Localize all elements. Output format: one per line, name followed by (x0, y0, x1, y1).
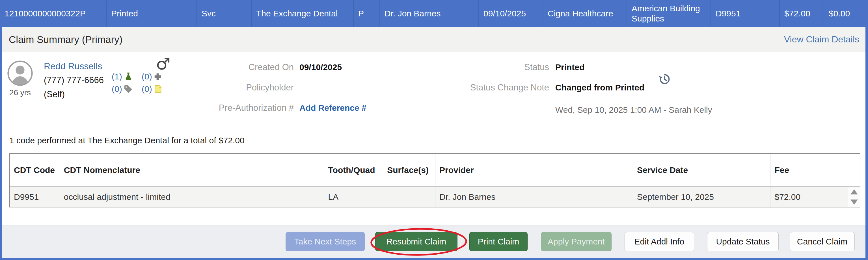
status-history-icon[interactable] (658, 73, 671, 85)
cell-service-date: September 10, 2025 (633, 187, 771, 207)
scroll-up-button[interactable] (850, 189, 858, 194)
patient-badges: (1) (0) (0) (0) (112, 72, 172, 94)
employer-cell: American Building Supplies (627, 0, 711, 27)
flask-icon (124, 72, 133, 82)
badge-medical-alerts[interactable]: (0) (142, 72, 172, 82)
status-value: Printed (555, 62, 584, 73)
claim-summary-screen: 1210000000000322P Printed Svc The Exchan… (0, 0, 868, 260)
badge-lab-cases[interactable]: (1) (112, 72, 142, 82)
badge-notes[interactable]: (0) (142, 84, 172, 94)
claim-type-cell: Svc (197, 0, 252, 27)
col-fee: Fee (771, 154, 860, 186)
status-history-entry: Wed, Sep 10, 2025 1:00 AM - Sarah Kelly (555, 105, 712, 115)
fee-cell: $72.00 (780, 0, 824, 27)
claim-status-cell: Printed (106, 0, 197, 27)
edit-addl-info-button[interactable]: Edit Addl Info (625, 232, 694, 251)
badge-count: (1) (112, 72, 122, 82)
patient-name-link[interactable]: Redd Russells (44, 61, 102, 71)
resubmit-claim-button[interactable]: Resubmit Claim (375, 232, 458, 251)
avatar (7, 60, 33, 86)
cell-surfaces (383, 187, 435, 207)
patient-relationship: (Self) (44, 89, 65, 99)
col-service-date: Service Date (633, 154, 771, 186)
cell-cdt-nomenclature: occlusal adjustment - limited (60, 187, 324, 207)
status-change-note-label: Status Change Note (374, 82, 549, 93)
cell-fee: $72.00 (771, 187, 848, 207)
policyholder-label: Policyholder (175, 82, 294, 93)
created-on-value: 09/10/2025 (300, 62, 342, 73)
created-on-label: Created On (175, 62, 294, 73)
badge-count: (0) (142, 84, 152, 94)
cell-cdt-code: D9951 (10, 187, 60, 207)
panel-title: Claim Summary (Primary) (9, 34, 123, 45)
cancel-claim-button[interactable]: Cancel Claim (790, 232, 855, 251)
preauth-label: Pre-Authorization # (175, 102, 294, 113)
procedures-table: CDT Code CDT Nomenclature Tooth/Quad Sur… (9, 153, 860, 207)
table-header-row: CDT Code CDT Nomenclature Tooth/Quad Sur… (10, 154, 860, 187)
table-row[interactable]: D9951 occlusal adjustment - limited LA D… (10, 187, 860, 207)
col-cdt-nomenclature: CDT Nomenclature (60, 154, 324, 186)
claim-flag-cell: P (354, 0, 380, 27)
col-surfaces: Surface(s) (383, 154, 435, 186)
provider-cell: Dr. Jon Barnes (380, 0, 479, 27)
badge-count: (0) (112, 84, 122, 94)
male-gender-icon: ♂ (156, 54, 170, 73)
patient-phone: (777) 777-6666 (44, 75, 104, 85)
cell-tooth-quad: LA (324, 187, 383, 207)
col-cdt-code: CDT Code (10, 154, 60, 186)
badge-count: (0) (142, 72, 152, 82)
claim-list-row[interactable]: 1210000000000322P Printed Svc The Exchan… (0, 0, 868, 27)
take-next-steps-button[interactable]: Take Next Steps (285, 232, 365, 251)
scroll-down-button[interactable] (850, 199, 858, 205)
add-reference-link[interactable]: Add Reference # (300, 102, 366, 113)
procedures-summary-line: 1 code performed at The Exchange Dental … (9, 136, 245, 145)
claim-number-cell: 1210000000000322P (0, 0, 106, 27)
col-provider: Provider (435, 154, 633, 186)
panel-title-bar: Claim Summary (Primary) View Claim Detai… (2, 27, 865, 52)
status-change-note-value: Changed from Printed (555, 82, 644, 93)
print-claim-button[interactable]: Print Claim (469, 232, 528, 251)
table-scrollbar[interactable] (848, 187, 860, 207)
practice-cell: The Exchange Dental (252, 0, 354, 27)
paid-cell: $0.00 (824, 0, 868, 27)
medical-cross-icon (154, 72, 162, 81)
date-cell: 09/10/2025 (479, 0, 543, 27)
code-cell: D9951 (711, 0, 780, 27)
note-icon (154, 85, 162, 94)
view-claim-details-link[interactable]: View Claim Details (784, 34, 859, 45)
action-bar: Take Next Steps Resubmit Claim Print Cla… (2, 226, 865, 258)
badge-tags[interactable]: (0) (112, 84, 142, 94)
cell-provider: Dr. Jon Barnes (435, 187, 633, 207)
col-tooth-quad: Tooth/Quad (324, 154, 383, 186)
update-status-button[interactable]: Update Status (707, 232, 779, 251)
carrier-cell: Cigna Healthcare (543, 0, 627, 27)
claim-summary-panel: Claim Summary (Primary) View Claim Detai… (0, 27, 868, 260)
status-label: Status (374, 62, 549, 73)
apply-payment-button[interactable]: Apply Payment (541, 232, 612, 251)
patient-age: 26 yrs (7, 88, 33, 97)
tag-icon (124, 85, 133, 94)
